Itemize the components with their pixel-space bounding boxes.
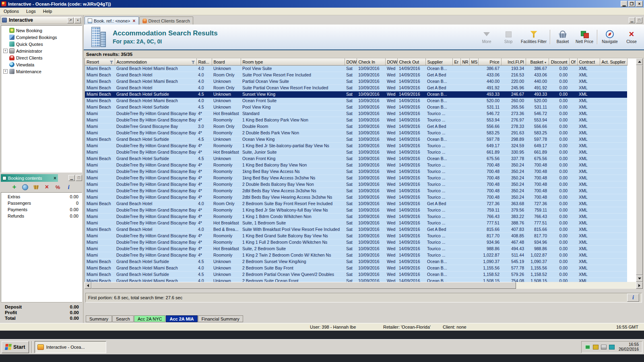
column-header-dow-7[interactable]: DOW bbox=[385, 59, 397, 66]
menu-item-options[interactable]: Options bbox=[0, 8, 23, 14]
document-restore-icon[interactable]: □ bbox=[636, 17, 642, 23]
table-row[interactable]: Miami BeachGrand Beach Hotel Miami Beach… bbox=[85, 98, 627, 104]
sidebar-item-completed-bookings[interactable]: Completed Bookings bbox=[1, 34, 82, 41]
sidebar-item-quick-quotes[interactable]: Quick Quotes bbox=[1, 41, 82, 47]
navigate-button[interactable]: Navigate bbox=[601, 30, 619, 44]
close-icon[interactable]: × bbox=[636, 1, 643, 7]
table-row[interactable]: MiamiDoubleTree By Hilton Grand Biscayne… bbox=[85, 214, 627, 220]
sidebar-item-maintenance[interactable]: +Maintenance bbox=[1, 68, 82, 75]
booking-contents-close-icon[interactable]: × bbox=[54, 175, 56, 181]
nett-price-button[interactable]: Nett Price bbox=[575, 30, 594, 44]
sidebar-item-viewdata[interactable]: Viewdata bbox=[1, 61, 82, 68]
table-row[interactable]: MiamiDoubleTree By Hilton Grand Biscayne… bbox=[85, 194, 627, 201]
column-header-discount-16[interactable]: Discount bbox=[549, 59, 569, 66]
table-row[interactable]: MiamiDoubleTree By Hilton Grand Biscayne… bbox=[85, 220, 627, 226]
document-minimize-icon[interactable]: ▁ bbox=[629, 17, 635, 23]
panel-maximize-icon[interactable]: □ bbox=[76, 175, 82, 181]
basket-icon[interactable] bbox=[33, 183, 40, 191]
basket-button[interactable]: Basket bbox=[553, 30, 572, 44]
vertical-scroll-thumb[interactable] bbox=[636, 65, 643, 275]
table-row[interactable]: MiamiDoubleTree By Hilton Grand Biscayne… bbox=[85, 188, 627, 194]
horizontal-scroll-thumb[interactable] bbox=[91, 282, 516, 289]
booking-item-payments[interactable]: Payments0.00 bbox=[1, 207, 82, 214]
scroll-right-icon[interactable] bbox=[636, 282, 643, 289]
booking-contents-caption[interactable]: Booking contents × bbox=[1, 174, 58, 182]
booking-item-extras[interactable]: Extras0.00 bbox=[1, 194, 82, 201]
expander-icon[interactable]: + bbox=[3, 49, 8, 53]
view-tab-search[interactable]: Search bbox=[112, 315, 134, 322]
table-row[interactable]: Miami BeachGrand Beach Hotel Surfside4.5… bbox=[85, 104, 627, 111]
taskbar-app-button[interactable]: Interactive - Ocea... bbox=[35, 341, 106, 353]
booking-item-refunds[interactable]: Refunds0.00 bbox=[1, 214, 82, 220]
panel-pin-icon[interactable]: ▪ bbox=[74, 17, 81, 23]
table-row[interactable]: MiamiDoubleTree By Hilton Grand Biscayne… bbox=[85, 239, 627, 246]
column-header-board-3[interactable]: Board bbox=[212, 59, 241, 66]
table-row[interactable]: MiamiDoubleTree By Hilton Grand Biscayne… bbox=[85, 111, 627, 117]
info-button[interactable]: i bbox=[627, 294, 639, 302]
table-row[interactable]: MiamiDoubleTree By Hilton Grand Biscayne… bbox=[85, 149, 627, 156]
column-header-rati-2[interactable]: Rati... bbox=[196, 59, 212, 66]
vertical-scrollbar[interactable] bbox=[636, 58, 643, 282]
discount-icon[interactable] bbox=[54, 183, 62, 191]
filter-icon[interactable] bbox=[110, 61, 114, 64]
table-row[interactable]: Miami BeachGrand Beach Hotel Surfside4.5… bbox=[85, 272, 627, 278]
minimize-icon[interactable]: ▁ bbox=[621, 1, 627, 7]
column-header-resort-0[interactable]: Resort bbox=[85, 59, 115, 66]
table-row[interactable]: Miami BeachGrand Beach Hotel4.0Bed & Bre… bbox=[85, 226, 627, 233]
column-header-contract-18[interactable]: Contract bbox=[577, 59, 600, 66]
column-header-check-in-6[interactable]: Check In bbox=[357, 59, 385, 66]
tray-network-icon[interactable] bbox=[585, 345, 590, 350]
tray-audio-icon[interactable] bbox=[609, 345, 615, 350]
table-row[interactable]: MiamiDoubleTree By Hilton Grand Biscayne… bbox=[85, 181, 627, 188]
column-header-dow-5[interactable]: DOW bbox=[345, 59, 357, 66]
column-header-of-17[interactable]: Of bbox=[569, 59, 577, 66]
table-row[interactable]: Miami BeachGrand Beach Hotel Miami Beach… bbox=[85, 278, 627, 282]
table-row[interactable]: MiamiDoubleTree By Hilton Grand Biscayne… bbox=[85, 117, 627, 123]
view-tab-acc-2a-nyc[interactable]: Acc 2A NYC bbox=[134, 315, 166, 322]
facilities-filter-button[interactable]: Facilities Filter bbox=[521, 30, 547, 44]
table-row[interactable]: Miami BeachGrand Beach Hotel Surfside4.5… bbox=[85, 259, 627, 265]
menu-item-help[interactable]: Help bbox=[39, 8, 56, 14]
start-button[interactable]: Start bbox=[2, 341, 29, 353]
scroll-left-icon[interactable] bbox=[85, 282, 91, 289]
table-row[interactable]: MiamiDoubleTree By Hilton Grand Biscayne… bbox=[85, 252, 627, 259]
table-row[interactable]: Miami BeachGrand Beach Hotel Surfside4.5… bbox=[85, 91, 627, 98]
info-icon[interactable] bbox=[65, 183, 72, 191]
column-header-er-10[interactable]: Er bbox=[452, 59, 460, 66]
horizontal-scrollbar[interactable] bbox=[85, 282, 643, 289]
table-row[interactable]: MiamiDoubleTree By Hilton Grand Biscayne… bbox=[85, 169, 627, 175]
column-header-nr-11[interactable]: NR bbox=[460, 59, 469, 66]
tab-book-ref-none[interactable]: Book. ref.: <none>× bbox=[85, 16, 139, 25]
table-row[interactable]: Miami BeachGrand Beach Hotel Miami Beach… bbox=[85, 265, 627, 272]
tray-keyboard-icon[interactable] bbox=[601, 345, 607, 350]
table-row[interactable]: Miami BeachGrand Beach Hotel Miami Beach… bbox=[85, 78, 627, 85]
taskbar-clock[interactable]: 16:55 26/02/2016 bbox=[619, 342, 639, 352]
table-row[interactable]: MiamiDoubleTree Grand Biscayne Bay3.0Roo… bbox=[85, 123, 627, 130]
table-row[interactable]: MiamiDoubleTree By Hilton Grand Biscayne… bbox=[85, 130, 627, 136]
tab-close-icon[interactable]: × bbox=[133, 18, 136, 24]
close-button[interactable]: Close bbox=[622, 30, 641, 44]
scroll-up-icon[interactable] bbox=[636, 58, 643, 65]
add-icon[interactable] bbox=[11, 183, 18, 191]
menu-item-logs[interactable]: Logs bbox=[23, 8, 39, 14]
view-tab-acc-2a-mia[interactable]: Acc 2A MIA bbox=[166, 315, 197, 322]
column-header-basket-15[interactable]: Basket▼ bbox=[526, 59, 549, 66]
sidebar-item-administrator[interactable]: +Administrator bbox=[1, 47, 82, 54]
table-row[interactable]: Miami BeachGrand Beach Hotel Surfside4.5… bbox=[85, 136, 627, 143]
table-row[interactable]: MiamiDoubleTree By Hilton Grand Biscayne… bbox=[85, 233, 627, 239]
delete-icon[interactable] bbox=[43, 183, 51, 191]
column-header-supplier-9[interactable]: Supplier bbox=[425, 59, 452, 66]
sidebar-item-direct-clients[interactable]: Direct Clients bbox=[1, 54, 82, 61]
sidebar-item-new-booking[interactable]: New Booking bbox=[1, 27, 82, 34]
panel-undock-icon[interactable]: ↗ bbox=[67, 17, 74, 23]
column-header-ms-12[interactable]: MS bbox=[469, 59, 478, 66]
world-icon[interactable] bbox=[22, 183, 29, 191]
column-header-room-type-4[interactable]: Room type bbox=[241, 59, 345, 66]
table-row[interactable]: MiamiDoubleTree By Hilton Grand Biscayne… bbox=[85, 207, 627, 214]
filter-icon[interactable] bbox=[192, 61, 195, 64]
panel-minimize-icon[interactable]: ▁ bbox=[68, 175, 75, 181]
restore-icon[interactable]: ❐ bbox=[628, 1, 635, 7]
table-row[interactable]: Miami BeachGrand Beach Hotel4.0Room Only… bbox=[85, 72, 627, 78]
column-header-price-13[interactable]: Price bbox=[478, 59, 501, 66]
table-row[interactable]: Miami BeachGrand Beach Hotel4.0Room Only… bbox=[85, 201, 627, 207]
